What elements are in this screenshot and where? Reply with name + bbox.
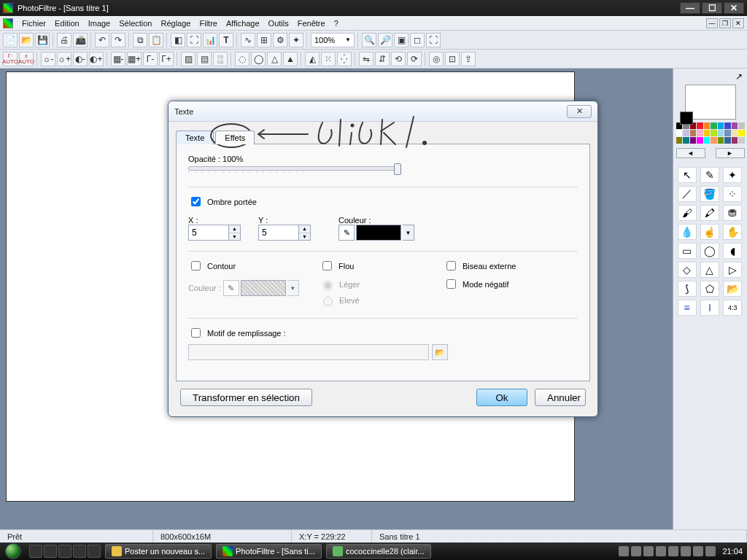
opacity-slider[interactable] (188, 166, 400, 171)
option-a[interactable]: ≡ (678, 300, 697, 316)
shadow-eyedropper-button[interactable]: ✎ (338, 225, 355, 241)
pointer-tool[interactable]: ↖ (678, 167, 697, 183)
palette-cell[interactable] (711, 130, 717, 136)
gamma-plus-button[interactable]: Γ+ (159, 52, 174, 66)
palette-cell[interactable] (732, 130, 738, 136)
contour-check-input[interactable] (191, 261, 201, 271)
negative-checkbox[interactable]: Mode négatif (444, 277, 509, 291)
tab-texte[interactable]: Texte (176, 131, 214, 144)
actual-size-button[interactable]: ◻ (410, 33, 425, 47)
pattern-fill-checkbox[interactable]: Motif de remplissage : (188, 326, 286, 340)
bevel-check-input[interactable] (446, 261, 456, 271)
shadow-color-swatch[interactable] (356, 225, 401, 241)
tray-icon[interactable] (619, 546, 629, 556)
automate-button[interactable]: ⚙ (273, 33, 287, 47)
taskbar-item-browser[interactable]: Poster un nouveau s... (105, 544, 212, 559)
blur-check-input[interactable] (322, 261, 332, 271)
ql-item-1[interactable] (29, 545, 42, 558)
tray-icon[interactable] (681, 546, 691, 556)
dialog-close-button[interactable]: ✕ (567, 105, 592, 118)
lasso-tool[interactable]: ⟆ (678, 281, 697, 297)
diamond-tool[interactable]: ◇ (678, 262, 697, 278)
undo-button[interactable]: ↶ (95, 33, 109, 47)
mirror-v-button[interactable]: ⇵ (375, 52, 390, 66)
palette-cell[interactable] (690, 130, 697, 136)
system-tray[interactable]: 21:04 (614, 546, 747, 556)
triangle-tool[interactable]: △ (700, 262, 719, 278)
hue-minus-button[interactable]: ▦- (111, 52, 125, 66)
ok-button[interactable]: Ok (476, 389, 527, 406)
zoom-in-button[interactable]: 🔍 (362, 33, 376, 47)
menu-selection[interactable]: Sélection (115, 19, 156, 28)
tray-icon[interactable] (705, 546, 716, 556)
auto-levels-button[interactable]: Γ·AUTO (3, 52, 18, 66)
palette-cell[interactable] (697, 130, 703, 136)
tray-icon[interactable] (668, 546, 678, 556)
y-spinner[interactable]: ▲▼ (258, 225, 311, 241)
add-noise-button[interactable]: ⁛ (337, 52, 352, 66)
paste-button[interactable]: 📋 (149, 33, 163, 47)
smudge-tool[interactable]: ☝ (700, 224, 719, 240)
advanced-brush-tool[interactable]: 🖍 (700, 205, 719, 221)
blur-tool[interactable]: 💧 (678, 224, 697, 240)
dither-button[interactable]: ░ (213, 52, 228, 66)
y-spin-up[interactable]: ▲ (299, 225, 310, 233)
window-maximize-button[interactable]: ☐ (702, 2, 722, 14)
palette-cell[interactable] (676, 137, 683, 144)
option-c[interactable]: 4:3 (723, 300, 742, 316)
ql-item-3[interactable] (58, 545, 71, 558)
palette-cell[interactable] (718, 137, 724, 144)
auto-contrast-button[interactable]: ±AUTO (19, 52, 34, 66)
zoom-out-button[interactable]: 🔎 (378, 33, 392, 47)
stamp-tool[interactable]: ⛃ (723, 205, 742, 221)
text-tool-button[interactable]: T (219, 33, 233, 47)
hue-plus-button[interactable]: ▦+ (127, 52, 142, 66)
wand-tool[interactable]: ✦ (723, 167, 742, 183)
drop-shadow-checkbox[interactable]: Ombre portée (188, 195, 257, 209)
spray-tool[interactable]: ⁘ (723, 186, 742, 202)
contour-checkbox[interactable]: Contour (188, 259, 236, 273)
blur-button[interactable]: ◌ (235, 52, 249, 66)
menu-help[interactable]: ? (330, 19, 343, 28)
menu-edition[interactable]: Edition (50, 19, 84, 28)
module-button[interactable]: ⊞ (257, 33, 271, 47)
palette-next-button[interactable]: ► (716, 148, 745, 158)
palette-cell[interactable] (704, 137, 711, 144)
rgb-button[interactable]: ◧ (171, 33, 185, 47)
palette-cell[interactable] (711, 137, 717, 144)
transform-selection-button[interactable]: Transformer en sélection (180, 389, 312, 406)
new-file-button[interactable]: 📄 (3, 33, 18, 47)
palette-cell[interactable] (732, 137, 738, 144)
scan-button[interactable]: 📠 (73, 33, 88, 47)
triangle-right-tool[interactable]: ▷ (723, 262, 742, 278)
palette-cell[interactable] (683, 137, 689, 144)
tray-icon[interactable] (643, 546, 654, 556)
contrast-minus-button[interactable]: ◐- (73, 52, 88, 66)
slider-thumb[interactable] (394, 163, 401, 175)
palette-cell[interactable] (738, 137, 745, 144)
menu-outils[interactable]: Outils (264, 19, 293, 28)
shadow-color-dropdown[interactable]: ▼ (403, 225, 414, 241)
palette-cell[interactable] (704, 130, 711, 136)
print-button[interactable]: 🖨 (57, 33, 71, 47)
blur-more-button[interactable]: ◯ (251, 52, 266, 66)
menu-fenetre[interactable]: Fenêtre (293, 19, 330, 28)
option-b[interactable]: I (700, 300, 719, 316)
menu-filtre[interactable]: Filtre (195, 19, 221, 28)
save-file-button[interactable]: 💾 (35, 33, 50, 47)
mdi-restore-button[interactable]: ❐ (719, 18, 731, 28)
histogram-button[interactable]: 📊 (203, 33, 217, 47)
ellipse-select-tool[interactable]: ◯ (700, 243, 719, 259)
start-button[interactable] (0, 542, 26, 560)
brightness-plus-button[interactable]: ☼+ (57, 52, 71, 66)
brush-tool[interactable]: 🖌 (678, 205, 697, 221)
taskbar-item-msn[interactable]: cococcinelle28 (clair... (326, 544, 431, 559)
palette-cell[interactable] (738, 130, 745, 136)
sharpen-button[interactable]: △ (267, 52, 282, 66)
fit-window-button[interactable]: ▣ (394, 33, 409, 47)
sharpen-more-button[interactable]: ▲ (283, 52, 298, 66)
relief-button[interactable]: ◭ (305, 52, 320, 66)
bevel-checkbox[interactable]: Biseau externe (444, 259, 516, 273)
menu-fichier[interactable]: Fichier (18, 19, 50, 28)
rect-select-tool[interactable]: ▭ (678, 243, 697, 259)
